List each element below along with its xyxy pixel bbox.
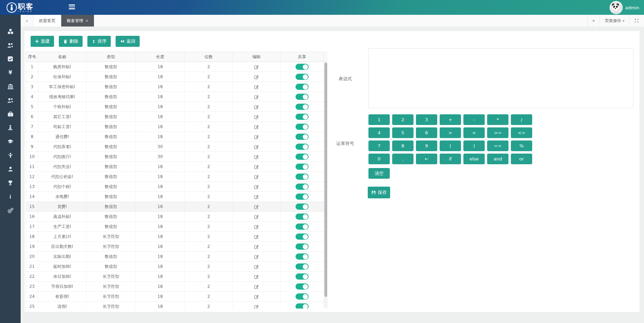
operator-button[interactable]: 5 <box>392 127 414 138</box>
username[interactable]: admin <box>625 5 639 10</box>
table-row[interactable]: 23 节假日加班l 长字符型 18 2 <box>26 282 328 292</box>
sort-button[interactable]: 排序 <box>87 36 111 47</box>
sidebar-item-info[interactable] <box>0 190 21 204</box>
table-row[interactable]: 25 请假l 长字符型 18 2 <box>26 302 328 309</box>
table-header-cell[interactable]: 共享 <box>280 52 324 62</box>
table-row[interactable]: 13 代扣个税l 数值型 18 2 <box>26 182 328 192</box>
operator-button[interactable]: ← <box>416 154 437 164</box>
user-menu[interactable]: admin <box>610 1 639 14</box>
share-toggle[interactable] <box>296 273 309 280</box>
operator-button[interactable]: > <box>440 127 461 138</box>
share-toggle[interactable] <box>296 223 309 230</box>
avatar[interactable] <box>610 1 623 14</box>
operator-button[interactable]: < <box>463 127 485 138</box>
operator-button[interactable]: 7 <box>368 140 390 151</box>
edit-icon[interactable] <box>254 264 259 269</box>
share-toggle[interactable] <box>296 164 309 170</box>
edit-icon[interactable] <box>254 294 259 299</box>
tab-welcome[interactable]: 欢迎首页 <box>33 15 61 27</box>
table-row[interactable]: 1 购房补贴l 数值型 18 2 <box>26 62 328 72</box>
table-row[interactable]: 12 代扣公积金l 数值型 18 2 <box>26 172 328 182</box>
edit-icon[interactable] <box>254 144 259 149</box>
operator-button[interactable]: - <box>463 114 485 125</box>
share-toggle[interactable] <box>296 293 309 300</box>
edit-icon[interactable] <box>254 84 259 90</box>
sidebar-item-user[interactable] <box>0 162 21 176</box>
delete-button[interactable]: 删除 <box>59 36 83 47</box>
share-toggle[interactable] <box>296 154 309 160</box>
edit-icon[interactable] <box>254 204 259 209</box>
table-row[interactable]: 4 绩效考核结果l 数值型 18 2 <box>26 92 328 102</box>
table-row[interactable]: 15 党费l 数值型 18 2 <box>26 202 328 212</box>
table-row[interactable]: 3 军工保密补贴l 数值型 18 2 <box>26 82 328 92</box>
table-header-cell[interactable]: 位数 <box>185 52 233 62</box>
edit-icon[interactable] <box>254 94 259 100</box>
share-toggle[interactable] <box>296 74 309 80</box>
table-row[interactable]: 18 上月累计l 长字符型 18 2 <box>26 232 328 242</box>
share-toggle[interactable] <box>296 303 309 309</box>
edit-icon[interactable] <box>254 74 259 80</box>
table-row[interactable]: 20 实际出勤l 数值型 18 2 <box>26 252 328 262</box>
table-row[interactable]: 17 生产工资l 数值型 18 2 <box>26 222 328 232</box>
operator-button[interactable]: 8 <box>392 140 414 151</box>
edit-icon[interactable] <box>254 124 259 129</box>
share-toggle[interactable] <box>296 64 309 70</box>
share-toggle[interactable] <box>296 124 309 130</box>
operator-button[interactable]: else <box>463 154 485 164</box>
table-header-cell[interactable]: 序号 <box>26 52 38 62</box>
operator-button[interactable]: 1 <box>368 114 390 125</box>
clear-button[interactable]: 清空 <box>368 168 390 179</box>
operator-button[interactable]: >= <box>487 127 508 138</box>
edit-icon[interactable] <box>254 134 259 139</box>
table-row[interactable]: 14 水电费l 数值型 18 2 <box>26 192 328 202</box>
tab-actions-dropdown[interactable]: 页签操作 ▾ <box>600 15 630 27</box>
edit-icon[interactable] <box>254 284 259 289</box>
share-toggle[interactable] <box>296 263 309 270</box>
share-toggle[interactable] <box>296 174 309 180</box>
share-toggle[interactable] <box>296 233 309 240</box>
table-row[interactable]: 7 司龄工资l 数值型 18 2 <box>26 122 328 132</box>
operator-button[interactable]: 4 <box>368 127 390 138</box>
table-row[interactable]: 10 代扣医疗l 数值型 30 2 <box>26 152 328 162</box>
sidebar-item-salary[interactable]: ¥ <box>0 66 21 80</box>
hamburger-icon[interactable] <box>69 4 75 10</box>
sidebar-item-users[interactable] <box>0 38 21 52</box>
share-toggle[interactable] <box>296 84 309 90</box>
table-row[interactable]: 24 有薪假l 长字符型 18 2 <box>26 292 328 302</box>
share-toggle[interactable] <box>296 134 309 140</box>
edit-icon[interactable] <box>254 174 259 179</box>
edit-icon[interactable] <box>254 224 259 229</box>
share-toggle[interactable] <box>296 184 309 190</box>
sidebar-item-bank[interactable] <box>0 80 21 93</box>
edit-icon[interactable] <box>254 164 259 169</box>
save-button[interactable]: 保存 <box>368 187 390 198</box>
table-row[interactable]: 9 代扣养老l 数值型 30 2 <box>26 142 328 152</box>
table-header-cell[interactable]: 名称 <box>38 52 86 62</box>
share-toggle[interactable] <box>296 204 309 210</box>
operator-button[interactable]: and <box>487 154 508 164</box>
table-row[interactable]: 5 个税补贴l 数值型 18 2 <box>26 102 328 112</box>
sidebar-item-child[interactable] <box>0 148 21 162</box>
table-row[interactable]: 19 应出勤天数l 长字符型 18 2 <box>26 242 328 252</box>
operator-button[interactable]: 3 <box>416 114 437 125</box>
operator-button[interactable]: ( <box>440 140 461 151</box>
expression-textarea[interactable] <box>368 48 633 108</box>
scrollbar-thumb[interactable] <box>324 63 327 297</box>
table-row[interactable]: 22 休日加班l 长字符型 18 2 <box>26 272 328 282</box>
tab-close-icon[interactable]: × <box>85 19 88 23</box>
table-row[interactable]: 2 社保补贴l 数值型 18 2 <box>26 72 328 82</box>
operator-button[interactable]: 2 <box>392 114 414 125</box>
share-toggle[interactable] <box>296 144 309 150</box>
back-button[interactable]: 返回 <box>116 36 140 47</box>
share-toggle[interactable] <box>296 283 309 290</box>
edit-icon[interactable] <box>254 254 259 259</box>
share-toggle[interactable] <box>296 114 309 120</box>
operator-button[interactable]: * <box>487 114 508 125</box>
tabs-scroll-left[interactable]: « <box>21 15 33 27</box>
share-toggle[interactable] <box>296 243 309 250</box>
table-row[interactable]: 21 延时加班l 数值型 18 2 <box>26 262 328 272</box>
sidebar-item-trophy[interactable] <box>0 176 21 190</box>
share-toggle[interactable] <box>296 253 309 260</box>
sidebar-item-cubes[interactable] <box>0 24 21 38</box>
table-header-cell[interactable]: 类型 <box>86 52 136 62</box>
